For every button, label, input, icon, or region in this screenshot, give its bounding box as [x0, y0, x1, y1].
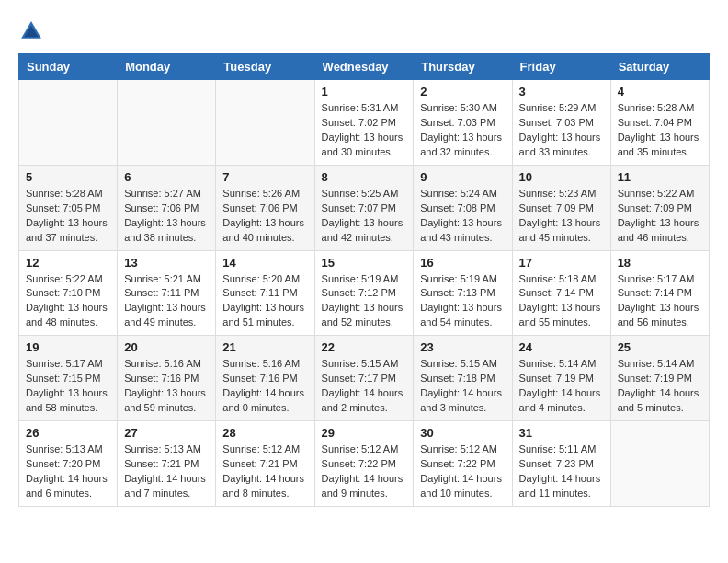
day-number: 30	[420, 426, 505, 440]
sunset-text: Sunset: 7:05 PM	[26, 202, 100, 213]
column-header-saturday: Saturday	[610, 54, 709, 80]
daylight-text: Daylight: 14 hours and 9 minutes.	[322, 473, 404, 499]
day-info: Sunrise: 5:28 AM Sunset: 7:04 PM Dayligh…	[618, 101, 702, 160]
day-number: 26	[26, 426, 110, 440]
sunrise-text: Sunrise: 5:30 AM	[420, 102, 497, 113]
sunset-text: Sunset: 7:13 PM	[420, 287, 495, 298]
day-info: Sunrise: 5:13 AM Sunset: 7:20 PM Dayligh…	[26, 442, 110, 501]
day-number: 22	[322, 340, 407, 354]
sunrise-text: Sunrise: 5:14 AM	[618, 358, 695, 369]
sunset-text: Sunset: 7:15 PM	[26, 373, 100, 384]
daylight-text: Daylight: 14 hours and 5 minutes.	[618, 387, 700, 413]
sunrise-text: Sunrise: 5:22 AM	[26, 273, 103, 284]
sunrise-text: Sunrise: 5:12 AM	[322, 443, 399, 454]
day-number: 10	[519, 170, 604, 184]
calendar-cell: 6 Sunrise: 5:27 AM Sunset: 7:06 PM Dayli…	[118, 165, 216, 250]
daylight-text: Daylight: 13 hours and 32 minutes.	[420, 132, 502, 157]
daylight-text: Daylight: 13 hours and 55 minutes.	[519, 302, 601, 327]
daylight-text: Daylight: 14 hours and 7 minutes.	[124, 473, 206, 499]
day-number: 12	[26, 256, 110, 270]
sunrise-text: Sunrise: 5:28 AM	[26, 188, 103, 199]
sunset-text: Sunset: 7:19 PM	[519, 373, 594, 384]
sunset-text: Sunset: 7:23 PM	[519, 458, 594, 469]
sunrise-text: Sunrise: 5:15 AM	[420, 358, 497, 369]
day-number: 16	[420, 256, 505, 270]
calendar-cell: 8 Sunrise: 5:25 AM Sunset: 7:07 PM Dayli…	[314, 165, 414, 250]
day-info: Sunrise: 5:20 AM Sunset: 7:11 PM Dayligh…	[222, 272, 307, 331]
day-number: 20	[124, 340, 209, 354]
day-number: 11	[618, 170, 702, 184]
sunset-text: Sunset: 7:21 PM	[222, 458, 297, 469]
sunset-text: Sunset: 7:06 PM	[222, 202, 297, 213]
sunrise-text: Sunrise: 5:13 AM	[124, 443, 201, 454]
calendar-cell: 17 Sunrise: 5:18 AM Sunset: 7:14 PM Dayl…	[512, 250, 610, 336]
daylight-text: Daylight: 13 hours and 33 minutes.	[519, 132, 601, 157]
day-number: 4	[618, 85, 702, 98]
day-info: Sunrise: 5:16 AM Sunset: 7:16 PM Dayligh…	[222, 357, 307, 416]
day-number: 8	[322, 170, 407, 184]
sunset-text: Sunset: 7:09 PM	[618, 202, 692, 213]
day-number: 29	[322, 426, 407, 440]
sunrise-text: Sunrise: 5:13 AM	[26, 443, 103, 454]
sunset-text: Sunset: 7:11 PM	[124, 287, 199, 298]
daylight-text: Daylight: 13 hours and 37 minutes.	[26, 217, 108, 243]
sunset-text: Sunset: 7:16 PM	[124, 373, 199, 384]
day-info: Sunrise: 5:17 AM Sunset: 7:14 PM Dayligh…	[618, 272, 702, 331]
logo	[18, 18, 48, 44]
daylight-text: Daylight: 14 hours and 10 minutes.	[420, 473, 502, 499]
calendar-cell: 20 Sunrise: 5:16 AM Sunset: 7:16 PM Dayl…	[118, 336, 216, 421]
calendar-cell: 28 Sunrise: 5:12 AM Sunset: 7:21 PM Dayl…	[216, 421, 314, 507]
calendar-cell: 27 Sunrise: 5:13 AM Sunset: 7:21 PM Dayl…	[118, 421, 216, 507]
daylight-text: Daylight: 14 hours and 4 minutes.	[519, 387, 601, 413]
day-number: 19	[26, 340, 110, 354]
calendar-cell: 13 Sunrise: 5:21 AM Sunset: 7:11 PM Dayl…	[118, 250, 216, 336]
day-info: Sunrise: 5:14 AM Sunset: 7:19 PM Dayligh…	[618, 357, 702, 416]
day-number: 13	[124, 256, 209, 270]
day-info: Sunrise: 5:21 AM Sunset: 7:11 PM Dayligh…	[124, 272, 209, 331]
column-header-wednesday: Wednesday	[314, 54, 414, 80]
calendar-cell	[216, 80, 314, 166]
daylight-text: Daylight: 13 hours and 45 minutes.	[519, 217, 601, 243]
calendar-cell: 2 Sunrise: 5:30 AM Sunset: 7:03 PM Dayli…	[414, 80, 512, 166]
day-info: Sunrise: 5:30 AM Sunset: 7:03 PM Dayligh…	[420, 101, 505, 160]
day-info: Sunrise: 5:18 AM Sunset: 7:14 PM Dayligh…	[519, 272, 604, 331]
sunrise-text: Sunrise: 5:28 AM	[618, 102, 695, 113]
sunset-text: Sunset: 7:14 PM	[618, 287, 692, 298]
calendar-cell	[610, 421, 709, 507]
daylight-text: Daylight: 13 hours and 43 minutes.	[420, 217, 502, 243]
calendar-cell: 7 Sunrise: 5:26 AM Sunset: 7:06 PM Dayli…	[216, 165, 314, 250]
calendar-cell: 12 Sunrise: 5:22 AM Sunset: 7:10 PM Dayl…	[19, 250, 118, 336]
sunset-text: Sunset: 7:09 PM	[519, 202, 594, 213]
sunset-text: Sunset: 7:22 PM	[420, 458, 495, 469]
sunrise-text: Sunrise: 5:21 AM	[124, 273, 201, 284]
day-number: 2	[420, 85, 505, 98]
calendar-cell: 1 Sunrise: 5:31 AM Sunset: 7:02 PM Dayli…	[314, 80, 414, 166]
daylight-text: Daylight: 14 hours and 8 minutes.	[222, 473, 304, 499]
day-info: Sunrise: 5:15 AM Sunset: 7:17 PM Dayligh…	[322, 357, 407, 416]
day-info: Sunrise: 5:19 AM Sunset: 7:12 PM Dayligh…	[322, 272, 407, 331]
calendar-cell: 3 Sunrise: 5:29 AM Sunset: 7:03 PM Dayli…	[512, 80, 610, 166]
day-number: 28	[222, 426, 307, 440]
column-header-monday: Monday	[118, 54, 216, 80]
day-number: 15	[322, 256, 407, 270]
calendar-cell: 18 Sunrise: 5:17 AM Sunset: 7:14 PM Dayl…	[610, 250, 709, 336]
day-info: Sunrise: 5:25 AM Sunset: 7:07 PM Dayligh…	[322, 187, 407, 246]
calendar-cell: 24 Sunrise: 5:14 AM Sunset: 7:19 PM Dayl…	[512, 336, 610, 421]
day-info: Sunrise: 5:29 AM Sunset: 7:03 PM Dayligh…	[519, 101, 604, 160]
calendar-cell: 9 Sunrise: 5:24 AM Sunset: 7:08 PM Dayli…	[414, 165, 512, 250]
sunrise-text: Sunrise: 5:19 AM	[322, 273, 399, 284]
daylight-text: Daylight: 13 hours and 48 minutes.	[26, 302, 108, 327]
day-number: 23	[420, 340, 505, 354]
day-number: 17	[519, 256, 604, 270]
sunrise-text: Sunrise: 5:19 AM	[420, 273, 497, 284]
daylight-text: Daylight: 14 hours and 0 minutes.	[222, 387, 304, 413]
sunrise-text: Sunrise: 5:17 AM	[618, 273, 695, 284]
day-number: 31	[519, 426, 604, 440]
column-header-tuesday: Tuesday	[216, 54, 314, 80]
sunset-text: Sunset: 7:03 PM	[420, 117, 495, 128]
daylight-text: Daylight: 13 hours and 54 minutes.	[420, 302, 502, 327]
daylight-text: Daylight: 13 hours and 42 minutes.	[322, 217, 404, 243]
calendar: SundayMondayTuesdayWednesdayThursdayFrid…	[18, 53, 710, 507]
sunrise-text: Sunrise: 5:16 AM	[222, 358, 300, 369]
day-info: Sunrise: 5:22 AM Sunset: 7:10 PM Dayligh…	[26, 272, 110, 331]
